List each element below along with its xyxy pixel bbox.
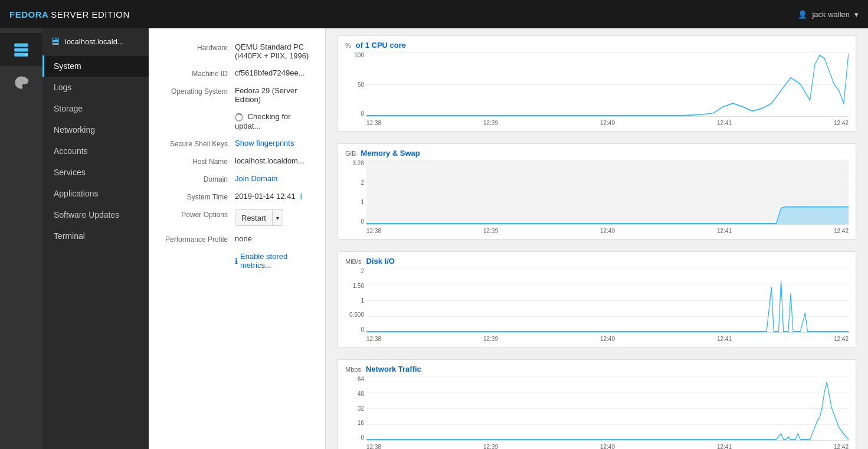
value-os: Fedora 29 (Server Edition) (235, 86, 316, 104)
icon-sidebar-server[interactable] (0, 33, 42, 66)
value-power: Restart ▾ (235, 209, 316, 226)
nav-item-networking[interactable]: Networking (42, 119, 149, 140)
value-hardware: QEMU Standard PC (i440FX + PIIX, 1996) (235, 42, 316, 60)
icon-sidebar-palette[interactable] (0, 66, 42, 99)
info-row-power: Power Options Restart ▾ (158, 209, 316, 226)
disk-chart-section: MiB/s Disk I/O 2 1.50 1 0.500 0 (338, 251, 856, 348)
cpu-chart-header: % of 1 CPU core (345, 41, 849, 50)
join-domain-link[interactable]: Join Domain (235, 174, 277, 183)
restart-label[interactable]: Restart (235, 210, 273, 225)
network-chart-header: Mbps Network Traffic (345, 365, 849, 373)
network-chart-body (366, 376, 849, 441)
info-row-domain: Domain Join Domain (158, 174, 316, 183)
nav-item-software-updates[interactable]: Software Updates (42, 204, 149, 225)
nav-item-system[interactable]: System (42, 55, 149, 77)
info-row-os: Operating System Fedora 29 (Server Editi… (158, 86, 316, 104)
value-updates: Checking for updat... (235, 112, 316, 130)
brand-rest: SERVER EDITION (51, 9, 129, 19)
cpu-chart-svg (366, 52, 849, 116)
user-menu[interactable]: 👤 jack wallen ▾ (798, 10, 859, 19)
show-fingerprints-link[interactable]: Show fingerprints (235, 139, 294, 148)
network-chart-area: 64 48 32 16 0 (345, 376, 849, 449)
disk-x-axis: 12:38 12:39 12:40 12:41 12:42 (366, 333, 849, 345)
time-info-icon[interactable]: ℹ (300, 192, 303, 201)
value-machine-id: cf5618bfed7249ee... (235, 68, 316, 77)
label-hostname: Host Name (158, 156, 235, 166)
svg-point-7 (18, 78, 21, 81)
memory-unit: GiB (345, 150, 356, 157)
brand-fedora: FEDORA (9, 9, 48, 19)
label-ssh: Secure Shell Keys (158, 139, 235, 148)
memory-chart-header: GiB Memory & Swap (345, 149, 849, 158)
content-area: Hardware QEMU Standard PC (i440FX + PIIX… (149, 28, 868, 449)
memory-title: Memory & Swap (361, 149, 420, 158)
label-time: System Time (158, 192, 235, 201)
memory-chart-area: 3.28 2 1 0 (345, 160, 849, 237)
label-perf: Performance Profile (158, 234, 235, 244)
memory-y-axis: 3.28 2 1 0 (345, 160, 366, 225)
label-metrics (158, 252, 235, 253)
restart-dropdown-arrow[interactable]: ▾ (273, 210, 283, 225)
value-time: 2019-01-14 12:41 ℹ (235, 192, 316, 202)
label-os: Operating System (158, 86, 235, 96)
nav-item-accounts[interactable]: Accounts (42, 140, 149, 162)
value-domain[interactable]: Join Domain (235, 174, 316, 183)
nav-sidebar: 🖥 localhost.locald... System Logs Storag… (42, 28, 149, 449)
svg-point-8 (22, 78, 24, 81)
charts-panel: % of 1 CPU core 100 50 0 (326, 28, 868, 449)
network-unit: Mbps (345, 366, 361, 373)
network-chart-section: Mbps Network Traffic 64 48 32 16 0 (338, 359, 856, 449)
nav-item-logs[interactable]: Logs (42, 77, 149, 98)
memory-chart-svg (366, 160, 849, 224)
brand: FEDORA SERVER EDITION (9, 9, 130, 19)
info-row-hostname: Host Name localhost.localdom... (158, 156, 316, 166)
nav-item-services[interactable]: Services (42, 162, 149, 183)
info-row-hardware: Hardware QEMU Standard PC (i440FX + PIIX… (158, 42, 316, 60)
label-domain: Domain (158, 174, 235, 183)
cpu-chart-section: % of 1 CPU core 100 50 0 (338, 35, 856, 132)
svg-marker-10 (366, 207, 849, 224)
memory-x-axis: 12:38 12:39 12:40 12:41 12:42 (366, 225, 849, 237)
server-header[interactable]: 🖥 localhost.locald... (42, 28, 149, 55)
nav-item-storage[interactable]: Storage (42, 98, 149, 119)
nav-item-applications[interactable]: Applications (42, 183, 149, 204)
svg-point-5 (25, 54, 27, 55)
cpu-chart-area: 100 50 0 12:38 (345, 52, 849, 129)
restart-button[interactable]: Restart ▾ (235, 209, 283, 226)
cpu-y-axis: 100 50 0 (345, 52, 366, 117)
info-row-machine-id: Machine ID cf5618bfed7249ee... (158, 68, 316, 78)
metrics-info-icon: ℹ (235, 257, 238, 266)
value-ssh[interactable]: Show fingerprints (235, 139, 316, 148)
label-hardware: Hardware (158, 42, 235, 52)
disk-chart-svg (366, 268, 849, 332)
server-header-icon: 🖥 (50, 35, 60, 48)
info-row-perf: Performance Profile none (158, 234, 316, 244)
user-dropdown-arrow: ▾ (854, 10, 859, 19)
memory-chart-body (366, 160, 849, 225)
value-hostname: localhost.localdom... (235, 156, 316, 165)
disk-chart-area: 2 1.50 1 0.500 0 (345, 268, 849, 345)
disk-title: Disk I/O (366, 257, 395, 266)
disk-chart-header: MiB/s Disk I/O (345, 257, 849, 266)
cpu-unit: % (345, 42, 351, 49)
label-power: Power Options (158, 209, 235, 219)
svg-point-9 (24, 81, 27, 84)
spinner-icon (235, 113, 243, 122)
cpu-x-axis: 12:38 12:39 12:40 12:41 12:42 (366, 117, 849, 129)
user-icon: 👤 (798, 10, 807, 19)
disk-y-axis: 2 1.50 1 0.500 0 (345, 268, 366, 333)
label-updates (158, 112, 235, 113)
enable-metrics-link[interactable]: ℹ Enable stored metrics... (235, 252, 316, 270)
disk-chart-body (366, 268, 849, 333)
username-label: jack wallen (812, 10, 850, 19)
enable-metrics-label[interactable]: Enable stored metrics... (240, 252, 316, 270)
info-row-time: System Time 2019-01-14 12:41 ℹ (158, 192, 316, 202)
memory-chart-section: GiB Memory & Swap 3.28 2 1 0 (338, 143, 856, 240)
main-layout: 🖥 localhost.locald... System Logs Storag… (0, 28, 868, 449)
network-chart-svg (366, 376, 849, 440)
network-y-axis: 64 48 32 16 0 (345, 376, 366, 441)
nav-item-terminal[interactable]: Terminal (42, 225, 149, 247)
topbar: FEDORA SERVER EDITION 👤 jack wallen ▾ (0, 0, 868, 28)
svg-point-6 (17, 81, 18, 84)
value-metrics: ℹ Enable stored metrics... (235, 252, 316, 270)
